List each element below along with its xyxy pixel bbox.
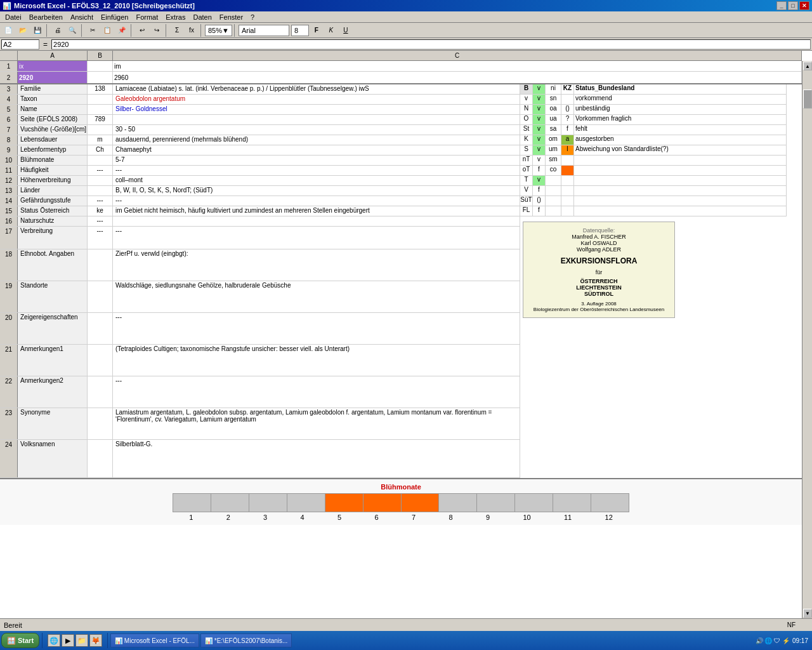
ql-media-icon[interactable]: ▶ (62, 634, 74, 647)
val-anmerkungen1-mid[interactable] (88, 345, 113, 376)
val-volksnamen-mid[interactable] (88, 440, 113, 477)
cell-a2[interactable]: 2920 (18, 72, 88, 83)
menu-bearbeiten[interactable]: Bearbeiten (25, 13, 67, 22)
font-box[interactable]: Arial (239, 25, 289, 36)
col-header-c[interactable]: C (113, 51, 802, 60)
preview-button[interactable]: 🔍 (65, 24, 79, 37)
cell-c2[interactable]: 2960 (113, 72, 802, 83)
val-hohen-mid[interactable] (88, 176, 113, 185)
menu-daten[interactable]: Daten (189, 13, 215, 22)
cell-b1[interactable] (88, 61, 113, 71)
val-standorte[interactable]: Waldschläge, siedlungsnahe Gehölze, halb… (113, 281, 520, 312)
menu-fenster[interactable]: Fenster (216, 13, 247, 22)
val-lebensdauer[interactable]: ausdauernd, perennierend (mehrmals blühe… (113, 135, 520, 145)
val-anmerkungen1[interactable]: (Tetraploides Cultigen; taxonomische Ran… (113, 345, 520, 376)
val-status-at[interactable]: im Gebiet nicht heimisch, häufig kultivi… (113, 206, 520, 216)
task-botanis[interactable]: 📊 *E:\EFÖLS2007\Botanis... (200, 633, 292, 647)
val-anmerkungen2[interactable]: --- (113, 376, 520, 408)
author2: Karl OSWALD (528, 240, 669, 246)
task-excel[interactable]: 📊 Microsoft Excel - EFÖL... (110, 633, 199, 647)
val-name[interactable]: Silber- Goldnessel (113, 105, 520, 114)
zoom-box[interactable]: 85%▼ (205, 25, 232, 36)
val-lebenformentyp-mid[interactable]: Ch (88, 145, 113, 155)
scroll-down-button[interactable]: ▼ (803, 609, 812, 618)
cut-button[interactable]: ✂ (86, 24, 100, 37)
val-ethnobot-mid[interactable] (88, 249, 113, 281)
val-lander-mid[interactable] (88, 186, 113, 196)
val-familie-mid[interactable]: 138 (88, 84, 113, 94)
sum-button[interactable]: Σ (170, 24, 184, 37)
undo-button[interactable]: ↩ (135, 24, 149, 37)
val-lebenformentyp[interactable]: Chamaephyt (113, 145, 520, 155)
val-seite[interactable] (113, 115, 520, 124)
open-button[interactable]: 📂 (16, 24, 30, 37)
val-zeiger-mid[interactable] (88, 313, 113, 344)
menu-ansicht[interactable]: Ansicht (67, 13, 97, 22)
menu-datei[interactable]: Datei (1, 13, 25, 22)
ql-icon4[interactable]: 🦊 (89, 634, 102, 647)
col-header-a[interactable]: A (18, 51, 88, 60)
val-haufigkeit[interactable]: --- (113, 166, 520, 175)
italic-button[interactable]: K (324, 24, 338, 37)
label-naturschutz: Naturschutz (18, 216, 88, 226)
underline-button[interactable]: U (339, 24, 353, 37)
col-header-b[interactable]: B (88, 51, 113, 60)
menu-help[interactable]: ? (247, 13, 258, 22)
paste-button[interactable]: 📌 (115, 24, 129, 37)
start-button[interactable]: 🪟 Start (1, 633, 39, 648)
val-gefahrdung-mid[interactable]: --- (88, 196, 113, 206)
val-taxon-mid[interactable] (88, 95, 113, 104)
val-verbreitung-mid[interactable]: --- (88, 227, 113, 249)
val-gefahrdung[interactable]: --- (113, 196, 520, 206)
val-lebensdauer-mid[interactable]: m (88, 135, 113, 145)
val-haufigkeit-mid[interactable]: --- (88, 166, 113, 175)
status-row-s: S v um I Abweichung von Standardliste(?) (520, 145, 787, 156)
copy-button[interactable]: 📋 (100, 24, 114, 37)
val-anmerkungen2-mid[interactable] (88, 376, 113, 408)
minimize-button[interactable]: _ (776, 1, 787, 10)
val-verbreitung[interactable]: --- (113, 227, 520, 249)
maximize-button[interactable]: □ (788, 1, 798, 10)
window-controls[interactable]: _ □ ✕ (776, 1, 809, 10)
val-volksnamen[interactable]: Silberblatt-G. (113, 440, 520, 477)
val-vuchs[interactable]: 30 - 50 (113, 125, 520, 135)
val-seite-mid[interactable]: 789 (88, 115, 113, 124)
val-status-at-mid[interactable]: ke (88, 206, 113, 216)
val-standorte-mid[interactable] (88, 281, 113, 312)
scroll-thumb[interactable] (803, 90, 812, 109)
new-button[interactable]: 📄 (1, 24, 15, 37)
menu-einfugen[interactable]: Einfügen (97, 13, 132, 22)
val-naturschutz-mid[interactable]: --- (88, 216, 113, 226)
formula-input[interactable] (51, 39, 811, 50)
cell-b2[interactable] (88, 72, 113, 83)
val-familie[interactable]: Lamiaceae (Labiatae) s. lat. (inkl. Verb… (113, 84, 520, 94)
val-ethnobot[interactable]: ZierPf u. verwld (eingbgt): (113, 249, 520, 281)
val-naturschutz[interactable] (113, 216, 520, 226)
val-bluhmonate[interactable]: 5-7 (113, 156, 520, 165)
print-button[interactable]: 🖨 (51, 24, 65, 37)
bold-button[interactable]: F (310, 24, 324, 37)
ql-ie-icon[interactable]: 🌐 (48, 634, 60, 647)
font-size-box[interactable]: 8 (291, 25, 309, 36)
menu-extras[interactable]: Extras (162, 13, 189, 22)
menu-format[interactable]: Format (132, 13, 162, 22)
vertical-scrollbar[interactable]: ▲ ▼ (802, 61, 812, 618)
val-synonyme-mid[interactable] (88, 408, 113, 439)
val-lander[interactable]: B, W, II, O, St, K, S, NordT; (SüdT) (113, 186, 520, 196)
fx-button[interactable]: fx (185, 24, 199, 37)
val-name-mid[interactable] (88, 105, 113, 114)
cell-a1[interactable]: ix (18, 61, 88, 71)
cell-c1[interactable]: im (113, 61, 802, 71)
scroll-up-button[interactable]: ▲ (803, 62, 812, 70)
val-synonyme[interactable]: Lamiastrum argentatum, L. galeobdolon su… (113, 408, 520, 439)
val-vuchs-mid[interactable] (88, 125, 113, 135)
save-button[interactable]: 💾 (30, 24, 44, 37)
val-bluhmonate-mid[interactable] (88, 156, 113, 165)
redo-button[interactable]: ↪ (150, 24, 164, 37)
close-button[interactable]: ✕ (799, 1, 809, 10)
val-hohen[interactable]: coll–mont (113, 176, 520, 185)
val-zeiger[interactable]: --- (113, 313, 520, 344)
ql-icon3[interactable]: 📁 (75, 634, 88, 647)
cell-reference-box[interactable] (1, 39, 39, 50)
val-taxon[interactable]: Galeobdolon argentatum (113, 95, 520, 104)
